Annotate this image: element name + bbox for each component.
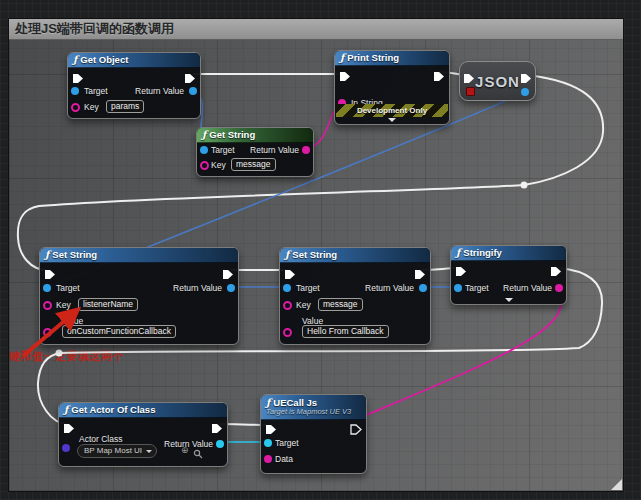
node-title: Get String	[209, 130, 255, 140]
node-uecall-js[interactable]: ƒ UECall Js Target is Mapmost UE V3 Targ…	[260, 394, 367, 474]
actor-class-pin[interactable]	[62, 444, 70, 452]
exec-out-pin[interactable]	[550, 263, 562, 274]
target-pin[interactable]	[71, 87, 79, 95]
pin-label: Key	[56, 300, 71, 310]
key-input[interactable]: message	[318, 298, 363, 311]
function-icon: ƒ	[45, 250, 49, 260]
json-out-pin[interactable]	[521, 88, 529, 96]
node-set-string-listener[interactable]: ƒ Set String Target Return Value Key lis…	[39, 247, 239, 345]
exec-in-pin[interactable]	[44, 266, 56, 277]
node-stringify[interactable]: ƒ Stringify Target Return Value	[450, 245, 567, 305]
exec-out-pin[interactable]	[520, 70, 532, 81]
key-input[interactable]: message	[231, 158, 276, 171]
function-icon: ƒ	[202, 130, 206, 140]
exec-in-pin[interactable]	[339, 68, 351, 79]
pin-label: Return Value	[135, 86, 184, 96]
pin-label: Target	[465, 283, 489, 293]
value-pin[interactable]	[283, 328, 292, 337]
chevron-down-icon[interactable]	[388, 118, 396, 122]
graph-title-bar[interactable]: 处理JS端带回调的函数调用	[9, 19, 623, 40]
exec-in-pin[interactable]	[463, 70, 475, 81]
node-print-string[interactable]: ƒ Print String In String Development Onl…	[334, 50, 450, 125]
value-input[interactable]: onCustomFunctionCallback	[62, 325, 176, 338]
target-pin[interactable]	[283, 284, 291, 292]
exec-out-pin[interactable]	[222, 266, 234, 277]
return-value-pin[interactable]	[419, 284, 427, 292]
pin-label: Return Value	[173, 283, 222, 293]
pin-label: Key	[84, 102, 99, 112]
node-title: Get Object	[80, 55, 128, 65]
node-title: JSON	[475, 73, 520, 90]
reroute-node	[521, 182, 528, 189]
key-pin[interactable]	[71, 103, 80, 112]
function-icon: ƒ	[64, 405, 68, 415]
return-value-pin[interactable]	[227, 284, 235, 292]
chevron-down-icon	[146, 450, 152, 453]
node-title: Stringify	[463, 248, 502, 258]
node-get-string[interactable]: ƒ Get String Target Return Value Key mes…	[196, 127, 314, 177]
node-title: Get Actor Of Class	[71, 405, 155, 415]
exec-out-pin[interactable]	[414, 266, 426, 277]
key-input[interactable]: params	[106, 100, 144, 113]
target-pin[interactable]	[43, 284, 51, 292]
exec-in-pin[interactable]	[284, 266, 296, 277]
delegate-pin[interactable]	[466, 87, 475, 96]
function-icon: ƒ	[456, 248, 460, 258]
pin-label: Target	[211, 145, 235, 155]
resize-handle-icon[interactable]	[611, 479, 622, 490]
annotation-text: 键和值一定要填这两个	[9, 349, 124, 364]
node-json[interactable]: JSON	[459, 61, 536, 101]
value-pin[interactable]	[43, 328, 52, 337]
key-input[interactable]: listenerName	[78, 298, 138, 311]
target-pin[interactable]	[264, 439, 272, 447]
key-pin[interactable]	[200, 161, 209, 170]
function-icon: ƒ	[73, 55, 77, 65]
return-value-pin[interactable]	[555, 284, 563, 292]
exec-out-pin[interactable]	[350, 421, 362, 432]
return-value-pin[interactable]	[302, 146, 310, 154]
key-pin[interactable]	[43, 301, 52, 310]
graph-title: 处理JS端带回调的函数调用	[15, 20, 174, 38]
pin-label: Actor Class	[79, 434, 122, 444]
value-input[interactable]: Hello From Callback	[302, 325, 389, 338]
key-pin[interactable]	[283, 301, 292, 310]
exec-out-pin[interactable]	[184, 70, 196, 81]
data-pin[interactable]	[264, 455, 272, 463]
pin-label: Target	[56, 283, 80, 293]
blueprint-canvas[interactable]: 键和值一定要填这两个 ƒ Get Object	[9, 40, 623, 491]
pin-label: Return Value	[365, 283, 414, 293]
actor-class-select[interactable]: BP Map Most UI	[77, 444, 157, 458]
exec-out-pin[interactable]	[211, 420, 223, 431]
node-get-actor-of-class[interactable]: ƒ Get Actor Of Class Actor Class BP Map …	[58, 402, 228, 467]
pin-label: Target	[84, 86, 108, 96]
actor-class-value: BP Map Most UI	[84, 446, 142, 455]
node-title: Set String	[292, 250, 337, 260]
node-subtitle: Target is Mapmost UE V3	[266, 408, 351, 416]
pin-label: Data	[275, 454, 293, 464]
node-get-object[interactable]: ƒ Get Object Target Return Value Key par…	[67, 52, 201, 119]
pin-label: Target	[275, 438, 299, 448]
blueprint-editor: 处理JS端带回调的函数调用 键和值一定要填这两个	[0, 0, 641, 500]
target-pin[interactable]	[454, 284, 462, 292]
pin-label: Return Value	[250, 145, 299, 155]
return-value-pin[interactable]	[216, 440, 224, 448]
pin-label: Key	[211, 160, 226, 170]
pin-label: Key	[296, 300, 311, 310]
exec-out-pin[interactable]	[433, 68, 445, 79]
target-pin[interactable]	[200, 146, 208, 154]
exec-in-pin[interactable]	[72, 70, 84, 81]
function-icon: ƒ	[285, 250, 289, 260]
chevron-down-icon[interactable]	[505, 298, 513, 302]
function-icon: ƒ	[340, 53, 344, 63]
graph-window: 处理JS端带回调的函数调用 键和值一定要填这两个	[8, 18, 624, 492]
exec-in-pin[interactable]	[265, 421, 277, 432]
node-title: Set String	[52, 250, 97, 260]
node-title: Print String	[347, 53, 399, 63]
node-set-string-message[interactable]: ƒ Set String Target Return Value Key mes…	[279, 247, 431, 345]
pin-label: Target	[296, 283, 320, 293]
exec-in-pin[interactable]	[63, 420, 75, 431]
exec-in-pin[interactable]	[455, 263, 467, 274]
pin-label: Return Value	[503, 283, 552, 293]
development-only-banner: Development Only	[336, 104, 448, 117]
return-value-pin[interactable]	[189, 87, 197, 95]
